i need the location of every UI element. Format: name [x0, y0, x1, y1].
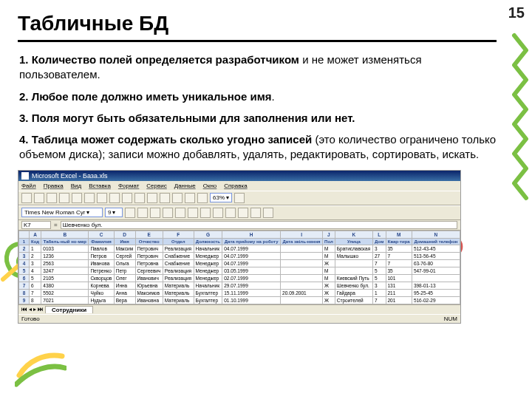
- formula-input[interactable]: Шевченко бул.: [61, 221, 457, 229]
- help-button[interactable]: [234, 193, 245, 203]
- zoom-combo[interactable]: 63%▾: [210, 193, 232, 202]
- underline-button[interactable]: [150, 208, 160, 218]
- worksheet-grid[interactable]: ABCDEFGHIJKLMN1КодТабель-ный но-мерФамил…: [18, 231, 460, 304]
- menu-view[interactable]: Вид: [71, 183, 81, 189]
- open-button[interactable]: [34, 193, 44, 203]
- tab-nav-last[interactable]: ⏭: [38, 306, 44, 313]
- preview-button[interactable]: [72, 193, 82, 203]
- fx-icon[interactable]: =: [54, 222, 58, 228]
- excel-window: Microsoft Excel - База.xls Файл Правка В…: [18, 170, 461, 324]
- menu-help[interactable]: Справка: [224, 183, 247, 189]
- crayon-yellow-green-corner: [15, 346, 66, 390]
- status-numlock: NUM: [444, 316, 457, 322]
- align-center-button[interactable]: [175, 208, 185, 218]
- sum-button[interactable]: [160, 193, 170, 203]
- name-box[interactable]: K7: [21, 221, 51, 229]
- print-button[interactable]: [59, 193, 69, 203]
- menu-window[interactable]: Окно: [203, 183, 217, 189]
- tab-nav-prev[interactable]: ◂: [29, 306, 32, 313]
- menu-format[interactable]: Формат: [118, 183, 139, 189]
- redo-button[interactable]: [147, 193, 157, 203]
- cut-button[interactable]: [97, 193, 107, 203]
- font-color-button[interactable]: [263, 208, 273, 218]
- spell-button[interactable]: [84, 193, 95, 203]
- undo-button[interactable]: [134, 193, 145, 203]
- align-left-button[interactable]: [163, 208, 173, 218]
- point-3: 3. Поля могут быть обязательными для зап…: [18, 111, 497, 126]
- align-right-button[interactable]: [188, 208, 198, 218]
- excel-titlebar: Microsoft Excel - База.xls: [18, 171, 460, 181]
- tab-nav-first[interactable]: ⏮: [21, 306, 27, 313]
- new-button[interactable]: [21, 193, 32, 203]
- slide-title: Табличные БД: [18, 12, 497, 42]
- status-ready: Готово: [21, 316, 40, 322]
- bold-button[interactable]: [125, 208, 135, 218]
- menu-insert[interactable]: Вставка: [89, 183, 111, 189]
- fill-color-button[interactable]: [250, 208, 261, 218]
- excel-app-icon: [21, 172, 29, 180]
- font-size-combo[interactable]: 9 ▾: [105, 208, 123, 217]
- copy-button[interactable]: [109, 193, 120, 203]
- sort-asc-button[interactable]: [172, 193, 183, 203]
- tab-nav-next[interactable]: ▸: [33, 306, 36, 313]
- point-4: 4. Таблица может содержать сколько угодн…: [18, 132, 497, 163]
- paste-button[interactable]: [122, 193, 132, 203]
- page-number: 15: [508, 4, 525, 21]
- sort-desc-button[interactable]: [185, 193, 195, 203]
- font-name-combo[interactable]: Times New Roman Cyr ▾: [21, 208, 103, 217]
- bullet-list: 1. Количество полей определяется разрабо…: [18, 52, 497, 163]
- menu-edit[interactable]: Правка: [44, 183, 64, 189]
- menu-tools[interactable]: Сервис: [146, 183, 166, 189]
- sheet-tabs: ⏮ ◂ ▸ ⏭ Сотрудники: [18, 304, 460, 314]
- borders-button[interactable]: [238, 208, 248, 218]
- menu-file[interactable]: Файл: [21, 183, 36, 189]
- excel-title: Microsoft Excel - База.xls: [32, 172, 107, 180]
- currency-button[interactable]: [213, 208, 223, 218]
- menu-data[interactable]: Данные: [174, 183, 196, 189]
- chart-button[interactable]: [197, 193, 208, 203]
- status-bar: Готово NUM: [18, 314, 460, 323]
- standard-toolbar: 63%▾: [18, 191, 460, 205]
- merge-button[interactable]: [200, 208, 211, 218]
- menu-bar: Файл Правка Вид Вставка Формат Сервис Да…: [18, 181, 460, 191]
- point-2: 2. Любое поле должно иметь уникальное им…: [18, 89, 497, 104]
- italic-button[interactable]: [137, 208, 148, 218]
- crayon-green-zigzag: [510, 33, 531, 202]
- point-1: 1. Количество полей определяется разрабо…: [18, 52, 497, 83]
- format-toolbar: Times New Roman Cyr ▾ 9 ▾: [18, 205, 460, 220]
- sheet-tab-active[interactable]: Сотрудники: [45, 306, 93, 313]
- save-button[interactable]: [47, 193, 57, 203]
- formula-bar: K7 = Шевченко бул.: [18, 220, 460, 231]
- percent-button[interactable]: [225, 208, 236, 218]
